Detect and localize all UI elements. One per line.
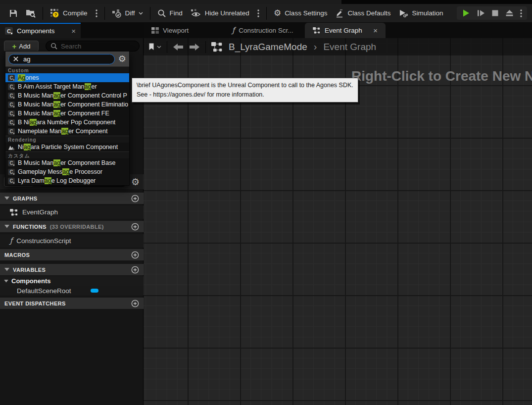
graph-icon bbox=[313, 27, 321, 34]
collapse-arrow-icon[interactable] bbox=[4, 268, 9, 271]
dropdown-item[interactable]: CB Music Manager Component Control P bbox=[5, 91, 129, 100]
breadcrumb-current-graph: Event Graph bbox=[323, 42, 376, 52]
class-defaults-button[interactable]: Class Defaults bbox=[331, 6, 394, 20]
stop-button[interactable] bbox=[491, 9, 499, 17]
dropdown-settings-gear-icon[interactable]: ⚙ bbox=[118, 54, 126, 63]
tab-viewport[interactable]: Viewport bbox=[144, 23, 224, 38]
class-defaults-icon bbox=[335, 9, 344, 18]
dropdown-item[interactable]: CNiagara Particle System Component bbox=[5, 143, 129, 152]
collapse-arrow-icon[interactable] bbox=[4, 225, 9, 228]
gear-icon: ⚙ bbox=[274, 9, 281, 17]
dropdown-item[interactable]: CLyra Damage Log Debugger bbox=[5, 176, 129, 185]
close-tab-icon[interactable]: × bbox=[71, 27, 76, 35]
dropdown-item-label: Nameplate Manager Component bbox=[18, 128, 107, 135]
graph-breadcrumb-bar: B_LyraGameMode › Event Graph bbox=[144, 38, 532, 55]
main-toolbar: ? Compile Diff Find Hide Unrelated ⚙ Cla… bbox=[0, 4, 532, 23]
dropdown-item-label: Niagara Particle System Component bbox=[18, 144, 118, 151]
dropdown-item[interactable]: CAgones bbox=[5, 73, 129, 82]
collapse-arrow-icon[interactable] bbox=[4, 197, 9, 200]
dropdown-item[interactable]: CB Music Manager Component FE bbox=[5, 109, 129, 118]
close-tab-icon[interactable]: × bbox=[373, 27, 378, 34]
diff-button[interactable]: Diff bbox=[108, 6, 147, 20]
play-options-button[interactable] bbox=[520, 9, 522, 17]
add-component-dropdown: ag ⚙ CustomCAgonesCB Aim Assist Target M… bbox=[5, 51, 130, 186]
add-macro-button[interactable] bbox=[131, 251, 139, 259]
default-scene-root-label: DefaultSceneRoot bbox=[17, 287, 71, 295]
functions-section-header[interactable]: FUNCTIONS (33 OVERRIDABLE) bbox=[0, 221, 144, 232]
class-settings-button[interactable]: ⚙ Class Settings bbox=[270, 6, 332, 20]
browse-button[interactable] bbox=[22, 6, 40, 20]
tab-label: Event Graph bbox=[325, 27, 362, 34]
dropdown-item-label: Lyra Damage Log Debugger bbox=[18, 177, 96, 184]
macros-label: MACROS bbox=[4, 252, 30, 258]
hide-unrelated-options-button[interactable] bbox=[253, 7, 263, 20]
event-graph-item[interactable]: EventGraph bbox=[0, 205, 144, 219]
default-scene-root-variable[interactable]: DefaultSceneRoot bbox=[0, 286, 144, 296]
variables-section-header[interactable]: VARIABLES bbox=[0, 264, 144, 275]
clear-search-icon[interactable] bbox=[13, 56, 19, 62]
dropdown-item[interactable]: CNameplate Manager Component bbox=[5, 127, 129, 136]
component-icon: C bbox=[8, 93, 15, 99]
component-icon: C bbox=[8, 169, 15, 175]
collapse-arrow-icon[interactable] bbox=[4, 280, 8, 283]
tab-construction-script[interactable]: ƒ Construction Scr... bbox=[224, 23, 305, 38]
toolbar-separator bbox=[266, 7, 267, 20]
macros-section-header[interactable]: MACROS bbox=[0, 249, 144, 260]
dropdown-item[interactable]: CB Niagara Number Pop Component bbox=[5, 118, 129, 127]
diff-label: Diff bbox=[125, 9, 135, 17]
component-icon: C bbox=[8, 75, 15, 81]
simulation-label: Simulation bbox=[412, 9, 443, 17]
find-button[interactable]: Find bbox=[153, 6, 187, 20]
back-button[interactable] bbox=[173, 43, 184, 51]
component-icon: C bbox=[8, 178, 15, 184]
variable-type-pill bbox=[91, 289, 98, 293]
add-function-button[interactable] bbox=[131, 223, 139, 231]
add-graph-button[interactable] bbox=[131, 195, 139, 202]
viewport-icon bbox=[151, 27, 159, 34]
simulation-button[interactable]: Simulation bbox=[394, 6, 447, 20]
play-button[interactable] bbox=[462, 9, 470, 17]
add-event-dispatcher-button[interactable] bbox=[131, 300, 139, 307]
find-in-content-browser-icon bbox=[26, 8, 36, 18]
tab-event-graph[interactable]: Event Graph × bbox=[305, 23, 386, 38]
compile-button[interactable]: ? Compile bbox=[46, 6, 92, 20]
component-icon: C bbox=[8, 160, 15, 166]
blueprint-editor-window: ? Compile Diff Find Hide Unrelated ⚙ Cla… bbox=[0, 0, 532, 405]
dropdown-category-label: Rendering bbox=[5, 136, 129, 143]
bookmarks-button[interactable] bbox=[148, 43, 161, 51]
add-component-button[interactable]: + Add bbox=[4, 41, 39, 51]
toolbar-separator bbox=[150, 7, 150, 20]
dropdown-item[interactable]: CB Aim Assist Target Manager bbox=[5, 82, 129, 91]
class-settings-label: Class Settings bbox=[285, 9, 327, 17]
event-dispatchers-section-header[interactable]: EVENT DISPATCHERS bbox=[0, 298, 144, 309]
variables-label: VARIABLES bbox=[13, 267, 46, 273]
graphs-section-header[interactable]: GRAPHS bbox=[0, 193, 144, 204]
component-class-search-input[interactable]: ag bbox=[8, 54, 115, 64]
dropdown-item[interactable]: CB Music Manager Component Base bbox=[5, 158, 129, 167]
eject-button[interactable] bbox=[505, 9, 514, 17]
graph-icon bbox=[211, 42, 223, 52]
save-button[interactable] bbox=[5, 6, 22, 20]
plus-icon: + bbox=[12, 43, 17, 50]
dropdown-item[interactable]: CGameplay Message Processor bbox=[5, 167, 129, 176]
construction-script-item[interactable]: ƒ ConstructionScript bbox=[0, 234, 144, 248]
component-icon: C bbox=[8, 119, 15, 126]
toolbar-separator bbox=[43, 7, 43, 20]
simulation-icon bbox=[398, 9, 408, 18]
components-tab-strip: C Components × bbox=[0, 23, 144, 38]
components-tab[interactable]: C Components × bbox=[0, 23, 81, 38]
svg-text:C: C bbox=[13, 148, 14, 151]
forward-button[interactable] bbox=[189, 43, 200, 51]
compile-options-button[interactable] bbox=[92, 7, 101, 20]
ellipsis-vertical-icon bbox=[257, 9, 259, 17]
dropdown-item[interactable]: CB Music Manager Component Eliminatio bbox=[5, 100, 129, 109]
blueprint-settings-gear-icon[interactable]: ⚙ bbox=[131, 177, 140, 187]
hide-unrelated-button[interactable]: Hide Unrelated bbox=[187, 6, 253, 20]
breadcrumb-blueprint-name[interactable]: B_LyraGameMode bbox=[229, 42, 307, 52]
components-variable-category[interactable]: Components bbox=[0, 276, 144, 286]
add-variable-button[interactable] bbox=[131, 266, 139, 274]
components-search-input[interactable]: Search bbox=[46, 41, 140, 51]
graph-tab-strip: Viewport ƒ Construction Scr... Event Gra… bbox=[144, 23, 532, 38]
compile-label: Compile bbox=[63, 9, 88, 17]
frame-skip-button[interactable] bbox=[477, 9, 485, 17]
